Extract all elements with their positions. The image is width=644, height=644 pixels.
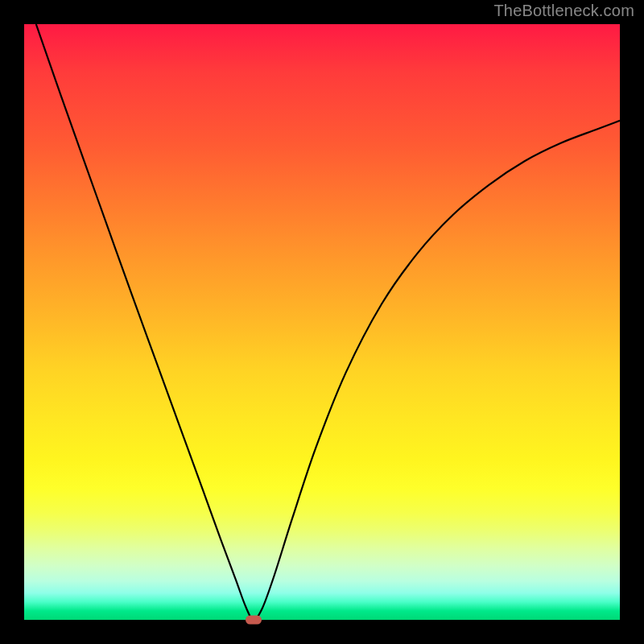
- chart-curve-svg: [24, 24, 620, 620]
- optimal-point-marker: [246, 616, 262, 625]
- chart-area: [24, 24, 620, 620]
- curve-path: [36, 24, 620, 620]
- watermark-text: TheBottleneck.com: [493, 2, 634, 20]
